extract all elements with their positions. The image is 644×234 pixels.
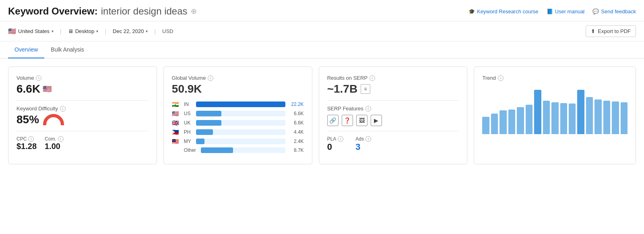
bar-fill-5 bbox=[201, 147, 233, 153]
country-code-2: UK bbox=[184, 120, 193, 126]
serp-card: Results on SERP i ~1.7B ≡ SERP Features … bbox=[319, 66, 468, 164]
toolbar: 🇺🇸 United States ▾ | 🖥 Desktop ▾ | Dec 2… bbox=[0, 21, 644, 41]
country-code-5: Other bbox=[184, 147, 198, 153]
question-feature-icon[interactable]: ❓ bbox=[342, 115, 353, 126]
country-code-0: IN bbox=[184, 101, 193, 107]
country-flag-1: 🇺🇸 bbox=[172, 110, 181, 117]
trend-bar-6[interactable] bbox=[534, 90, 541, 134]
image-feature-icon[interactable]: 🖼 bbox=[356, 115, 367, 126]
trend-bar-14[interactable] bbox=[603, 101, 610, 134]
course-icon: 🎓 bbox=[469, 8, 475, 14]
trend-bar-3[interactable] bbox=[508, 110, 515, 134]
device-filter[interactable]: 🖥 Desktop ▾ bbox=[68, 28, 99, 34]
trend-info-icon[interactable]: i bbox=[498, 75, 504, 81]
country-chevron-icon: ▾ bbox=[52, 29, 54, 33]
trend-bar-13[interactable] bbox=[594, 99, 601, 134]
separator-1: | bbox=[60, 28, 62, 35]
keyword-course-link[interactable]: 🎓 Keyword Research course bbox=[469, 8, 538, 14]
trend-bar-4[interactable] bbox=[517, 107, 524, 134]
serp-details-icon[interactable]: ≡ bbox=[361, 84, 370, 94]
date-filter[interactable]: Dec 22, 2020 ▾ bbox=[113, 28, 148, 34]
divider-1 bbox=[17, 100, 149, 101]
trend-bar-8[interactable] bbox=[551, 102, 558, 134]
difficulty-info-icon[interactable]: i bbox=[60, 106, 66, 112]
country-flag-4: 🇲🇾 bbox=[172, 138, 181, 145]
date-label: Dec 22, 2020 bbox=[113, 28, 144, 34]
bar-container-5 bbox=[201, 147, 285, 153]
link-feature-icon[interactable]: 🔗 bbox=[327, 115, 339, 126]
competition-section: Com. i 1.00 bbox=[45, 136, 64, 151]
serp-features-info-icon[interactable]: i bbox=[365, 106, 371, 112]
trend-bar-10[interactable] bbox=[569, 104, 576, 134]
currency-label: USD bbox=[162, 28, 173, 34]
country-filter[interactable]: 🇺🇸 United States ▾ bbox=[8, 27, 54, 35]
video-feature-icon[interactable]: ▶ bbox=[371, 115, 382, 126]
bar-fill-1 bbox=[196, 111, 221, 116]
add-keyword-icon[interactable]: ⊕ bbox=[191, 7, 197, 16]
cpc-info-icon[interactable]: i bbox=[28, 136, 34, 142]
global-volume-value: 50.9K bbox=[172, 83, 304, 95]
cards-container: Volume i 6.6K 🇺🇸 Keyword Difficulty i 85… bbox=[0, 58, 644, 172]
header-actions: 🎓 Keyword Research course 📘 User manual … bbox=[469, 8, 636, 14]
trend-bar-16[interactable] bbox=[621, 102, 627, 134]
pla-ads-row: PLA i 0 Ads i 3 bbox=[327, 136, 459, 152]
title-section: Keyword Overview: interior design ideas … bbox=[8, 6, 197, 17]
volume-info-icon[interactable]: i bbox=[36, 75, 41, 81]
country-flag-2: 🇬🇧 bbox=[172, 120, 181, 126]
tab-bar: Overview Bulk Analysis bbox=[0, 41, 644, 58]
ads-info-icon[interactable]: i bbox=[365, 136, 371, 142]
tab-bulk-analysis[interactable]: Bulk Analysis bbox=[44, 41, 90, 58]
volume-label: Volume i bbox=[17, 75, 149, 81]
competition-info-icon[interactable]: i bbox=[58, 136, 64, 142]
trend-bar-9[interactable] bbox=[560, 103, 567, 134]
trend-bar-1[interactable] bbox=[491, 114, 498, 134]
trend-bar-15[interactable] bbox=[612, 101, 619, 134]
trend-bar-5[interactable] bbox=[526, 105, 533, 134]
export-button[interactable]: ⬆ Export to PDF bbox=[586, 25, 636, 37]
ads-section: Ads i 3 bbox=[355, 136, 371, 152]
pla-value: 0 bbox=[327, 142, 344, 152]
serp-features-label: SERP Features i bbox=[327, 106, 459, 112]
send-feedback-link[interactable]: 💬 Send feedback bbox=[592, 8, 636, 14]
global-volume-info-icon[interactable]: i bbox=[208, 75, 213, 81]
pla-info-icon[interactable]: i bbox=[338, 136, 343, 142]
country-flag-0: 🇮🇳 bbox=[172, 101, 181, 108]
trend-bar-0[interactable] bbox=[482, 117, 489, 134]
ads-label: Ads i bbox=[355, 136, 371, 142]
bar-fill-3 bbox=[196, 129, 213, 135]
trend-label: Trend i bbox=[482, 75, 627, 81]
trend-bar-7[interactable] bbox=[543, 101, 550, 134]
trend-bar-12[interactable] bbox=[586, 97, 593, 134]
tab-overview[interactable]: Overview bbox=[8, 41, 44, 58]
feedback-icon: 💬 bbox=[592, 8, 599, 14]
country-value-4: 2.4K bbox=[289, 139, 304, 144]
page-title-prefix: Keyword Overview: bbox=[8, 6, 98, 17]
user-manual-link[interactable]: 📘 User manual bbox=[547, 8, 585, 14]
volume-flag: 🇺🇸 bbox=[43, 85, 52, 93]
country-value-1: 6.6K bbox=[289, 111, 304, 116]
bar-container-1 bbox=[196, 111, 285, 116]
volume-card: Volume i 6.6K 🇺🇸 Keyword Difficulty i 85… bbox=[8, 66, 157, 164]
cpc-section: CPC i $1.28 bbox=[17, 136, 37, 151]
divider-2 bbox=[17, 131, 149, 131]
country-row-1: 🇺🇸 US 6.6K bbox=[172, 110, 304, 117]
cpc-value: $1.28 bbox=[17, 142, 37, 151]
country-row-2: 🇬🇧 UK 6.6K bbox=[172, 120, 304, 126]
country-label: United States bbox=[18, 28, 50, 34]
ads-value: 3 bbox=[355, 142, 371, 152]
country-bars-list: 🇮🇳 IN 22.2K 🇺🇸 US 6.6K 🇬🇧 UK 6.6K 🇵🇭 PH bbox=[172, 101, 304, 153]
serp-info-icon[interactable]: i bbox=[369, 75, 375, 81]
serp-value: ~1.7B ≡ bbox=[327, 83, 459, 95]
country-value-2: 6.6K bbox=[289, 120, 304, 126]
country-flag-3: 🇵🇭 bbox=[172, 129, 181, 135]
separator-3: | bbox=[154, 28, 156, 35]
separator-2: | bbox=[105, 28, 106, 35]
country-row-5: Other 8.7K bbox=[172, 147, 304, 153]
trend-card: Trend i bbox=[474, 66, 636, 164]
pla-label: PLA i bbox=[327, 136, 344, 142]
bar-fill-2 bbox=[196, 120, 221, 126]
bar-container-2 bbox=[196, 120, 285, 126]
trend-bar-2[interactable] bbox=[500, 110, 506, 134]
country-row-3: 🇵🇭 PH 4.4K bbox=[172, 129, 304, 135]
trend-bar-11[interactable] bbox=[577, 90, 584, 134]
